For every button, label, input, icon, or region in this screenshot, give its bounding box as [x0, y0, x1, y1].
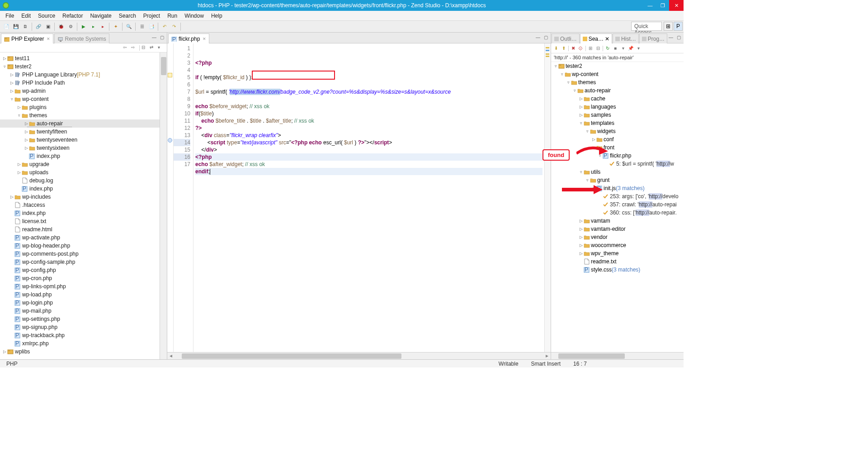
tree-item[interactable]: wp-mail.php — [0, 307, 167, 315]
editor-max-icon[interactable]: ▢ — [542, 34, 549, 40]
code-editor[interactable]: 1234567891011121314151617 <?phpif ( !emp… — [167, 43, 551, 352]
tree-item[interactable]: ▷plugins — [0, 103, 167, 111]
menu-window[interactable]: Window — [181, 11, 208, 20]
search-button2[interactable]: 🔍 — [124, 22, 133, 31]
tree-item[interactable]: debug.log — [0, 176, 167, 185]
save-button[interactable]: 💾 — [11, 22, 20, 31]
search-tree-item[interactable]: readme.txt — [551, 257, 684, 266]
search-tree-item[interactable]: ▿widgets — [551, 127, 684, 135]
right-tab-prog[interactable]: Prog… — [639, 33, 667, 43]
tree-item[interactable]: index.php — [0, 152, 167, 160]
perspective-php-button[interactable]: P — [674, 22, 683, 31]
menu-icon[interactable]: ▾ — [635, 45, 642, 52]
tree-item[interactable]: ▿themes — [0, 111, 167, 119]
search-tree-item[interactable]: style.css (3 matches) — [551, 266, 684, 274]
quick-access-input[interactable]: Quick Access — [631, 22, 662, 31]
left-tab-php-explorer[interactable]: PHP Explorer✕ — [1, 33, 53, 43]
close-tab-icon[interactable]: ✕ — [203, 37, 206, 41]
right-hscroll[interactable] — [551, 352, 684, 359]
tree-item[interactable]: ▷wp-includes — [0, 193, 167, 201]
tree-item[interactable]: index.php — [0, 185, 167, 193]
settings-button[interactable]: ⚙ — [66, 22, 75, 31]
tree-item[interactable]: xmlrpc.php — [0, 339, 167, 348]
rerun-icon[interactable]: ↻ — [604, 45, 611, 52]
view-menu-icon[interactable]: ▾ — [158, 45, 164, 51]
history-icon[interactable]: ▾ — [620, 45, 626, 52]
search-match[interactable]: 357: crawl: 'http://auto-repai — [551, 200, 684, 209]
collapse-all-icon[interactable]: ⊟ — [595, 45, 601, 52]
search-tree-item[interactable]: ▿tester2 — [551, 62, 684, 70]
back-history-icon[interactable]: ⇦ — [123, 45, 129, 51]
tree-item[interactable]: wp-trackback.php — [0, 331, 167, 339]
tree-item[interactable]: ▷PHP Language Library [PHP 7.1] — [0, 71, 167, 79]
search-tree-item[interactable]: ▷samples — [551, 111, 684, 119]
code-area[interactable]: <?phpif ( !empty( $flickr_id ) ):$url = … — [193, 43, 544, 352]
tree-item[interactable]: index.php — [0, 209, 167, 217]
search-tree-item[interactable]: ▿wp-content — [551, 70, 684, 78]
remove-all-icon[interactable]: ⛒ — [578, 45, 584, 52]
search-tree-item[interactable]: ▷vendor — [551, 233, 684, 241]
right-tab-sea[interactable]: Sea…✕ — [580, 33, 612, 43]
debug-button[interactable]: 🐞 — [57, 22, 66, 31]
right-max-icon[interactable]: ▢ — [675, 34, 682, 40]
tree-item[interactable]: wp-cron.php — [0, 274, 167, 282]
close-button[interactable]: ✕ — [669, 0, 684, 11]
next-match-icon[interactable]: ⬇ — [553, 45, 559, 52]
link-editor-icon[interactable]: ⇄ — [150, 45, 156, 51]
tree-item[interactable]: ▷test11 — [0, 54, 167, 62]
tree-item[interactable]: wp-blog-header.php — [0, 242, 167, 250]
tree-item[interactable]: ▷PHP Include Path — [0, 79, 167, 87]
maximize-button[interactable]: ❐ — [656, 0, 669, 11]
tree-item[interactable]: ▷auto-repair — [0, 119, 167, 128]
menu-search[interactable]: Search — [115, 11, 140, 20]
search-tree-item[interactable]: ▷wpv_theme — [551, 249, 684, 257]
expand-all-icon[interactable]: ⊞ — [587, 45, 594, 52]
tree-item[interactable]: readme.html — [0, 225, 167, 234]
warning-marker[interactable] — [168, 73, 172, 77]
menu-edit[interactable]: Edit — [18, 11, 34, 20]
run-config-button[interactable]: ▸ — [89, 22, 98, 31]
save-all-button[interactable]: 🗎 — [21, 22, 30, 31]
tree-item[interactable]: wp-settings.php — [0, 315, 167, 323]
stop-icon[interactable]: ■ — [612, 45, 618, 52]
editor-tab-flickr[interactable]: flickr.php ✕ — [168, 33, 209, 43]
left-tab-remote-systems[interactable]: Remote Systems — [54, 33, 109, 43]
pin-icon[interactable]: 📌 — [627, 45, 634, 52]
back-button[interactable]: ↶ — [160, 22, 169, 31]
tree-item[interactable]: wp-config-sample.php — [0, 258, 167, 266]
minimize-panel-icon[interactable]: — — [151, 34, 157, 40]
menu-project[interactable]: Project — [140, 11, 164, 20]
right-min-icon[interactable]: — — [668, 34, 674, 40]
tree-item[interactable]: ▷upgrade — [0, 160, 167, 168]
fwd-history-icon[interactable]: ⇨ — [131, 45, 137, 51]
menu-refactor[interactable]: Refactor — [59, 11, 86, 20]
tree-item[interactable]: wp-login.php — [0, 299, 167, 307]
new-wizard-button[interactable]: ✦ — [111, 22, 120, 31]
search-tree-item[interactable]: ▷languages — [551, 103, 684, 111]
forward-button[interactable]: ↷ — [170, 22, 179, 31]
search-tree-item[interactable]: ▷conf — [551, 135, 684, 143]
tree-item[interactable]: wp-load.php — [0, 291, 167, 299]
search-tree-item[interactable]: ▷woocommerce — [551, 241, 684, 249]
tree-item[interactable]: ▿wp-content — [0, 95, 167, 103]
editor-hscroll[interactable]: ◂ ▸ — [167, 352, 551, 359]
tree-item[interactable]: ▷twentyseventeen — [0, 136, 167, 144]
tree-item[interactable]: ▷wp-admin — [0, 87, 167, 95]
menu-run[interactable]: Run — [164, 11, 181, 20]
collapse-all-icon[interactable]: ⊟ — [142, 45, 148, 51]
search-tree-item[interactable]: ▷vamtam — [551, 217, 684, 225]
terminal-button[interactable]: ▣ — [43, 22, 52, 31]
maximize-panel-icon[interactable]: ▢ — [159, 34, 165, 40]
run-button[interactable]: ▶ — [79, 22, 88, 31]
editor-min-icon[interactable]: — — [535, 34, 541, 40]
project-tree[interactable]: ▷test11▿tester2▷PHP Language Library [PH… — [0, 52, 167, 359]
tree-scrollbar[interactable] — [160, 52, 167, 359]
menu-navigate[interactable]: Navigate — [86, 11, 115, 20]
minimize-button[interactable]: — — [644, 0, 656, 11]
prev-match-icon[interactable]: ⬆ — [561, 45, 567, 52]
tree-item[interactable]: ▷uploads — [0, 168, 167, 176]
search-tree-item[interactable]: ▿flickr.php — [551, 152, 684, 160]
search-tree-item[interactable]: ▿utils — [551, 168, 684, 176]
search-result-tree[interactable]: ▿tester2▿wp-content▿themes▿auto-repair▷c… — [551, 62, 684, 352]
menu-help[interactable]: Help — [208, 11, 226, 20]
